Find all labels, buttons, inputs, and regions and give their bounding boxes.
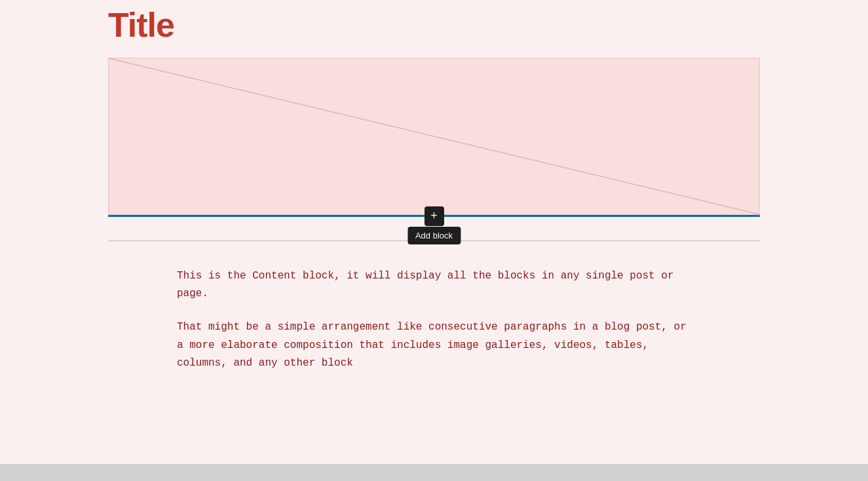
- image-block: [108, 58, 760, 215]
- add-block-line: + Add block: [108, 215, 760, 217]
- bottom-bar: [0, 464, 868, 481]
- add-block-section: + Add block: [108, 215, 760, 241]
- page-title: Title: [108, 5, 760, 45]
- add-block-tooltip: Add block: [407, 227, 461, 244]
- content-area: This is the Content block, it will displ…: [177, 267, 691, 372]
- page-container: Title + Add block This is the Content bl…: [0, 0, 868, 481]
- add-block-button[interactable]: +: [425, 206, 444, 226]
- placeholder-image-svg: [109, 58, 759, 214]
- content-paragraph-1: This is the Content block, it will displ…: [177, 267, 691, 303]
- title-area: Title: [0, 0, 868, 58]
- content-paragraph-2: That might be a simple arrangement like …: [177, 318, 691, 372]
